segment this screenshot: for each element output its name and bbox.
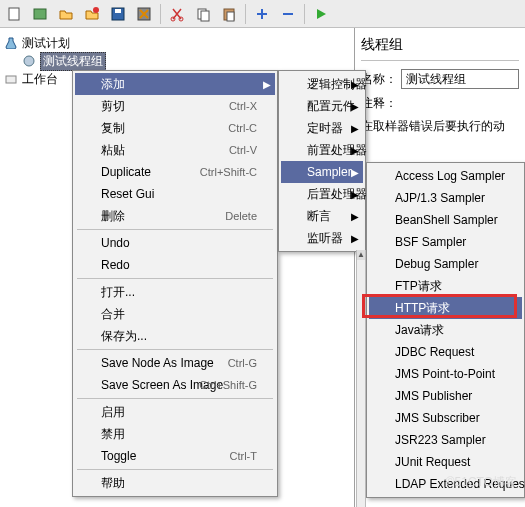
open-icon[interactable] <box>54 2 78 26</box>
scrollbar[interactable]: ▲ <box>356 250 366 507</box>
menu-item-label: 添加 <box>101 76 125 93</box>
add-submenu-item[interactable]: 后置处理器▶ <box>281 183 363 205</box>
menu-item-label: AJP/1.3 Sampler <box>395 191 485 205</box>
menu-divider <box>77 229 273 230</box>
menu-shortcut: Delete <box>225 210 257 222</box>
menu-item-label: 定时器 <box>307 120 343 137</box>
toolbar <box>0 0 525 28</box>
svg-rect-9 <box>201 11 209 21</box>
menu-item-label: 合并 <box>101 306 125 323</box>
context-menu-item[interactable]: 禁用 <box>75 423 275 445</box>
submenu-arrow-icon: ▶ <box>351 211 359 222</box>
menu-item-label: JUnit Request <box>395 455 470 469</box>
submenu-arrow-icon: ▶ <box>351 123 359 134</box>
sampler-submenu-item[interactable]: FTP请求 <box>369 275 522 297</box>
menu-item-label: FTP请求 <box>395 278 442 295</box>
toolbar-separator <box>304 4 305 24</box>
context-menu-item[interactable]: 粘贴Ctrl-V <box>75 139 275 161</box>
submenu-arrow-icon: ▶ <box>351 189 359 200</box>
tree-node-test-plan[interactable]: 测试计划 <box>4 34 350 52</box>
menu-item-label: JMS Publisher <box>395 389 472 403</box>
copy-icon[interactable] <box>191 2 215 26</box>
add-submenu-item[interactable]: 监听器▶ <box>281 227 363 249</box>
sampler-submenu-item[interactable]: JSR223 Sampler <box>369 429 522 451</box>
context-menu-item[interactable]: 保存为... <box>75 325 275 347</box>
context-menu-item[interactable]: Reset Gui <box>75 183 275 205</box>
menu-item-label: Reset Gui <box>101 187 154 201</box>
sampler-submenu-item[interactable]: BeanShell Sampler <box>369 209 522 231</box>
run-icon[interactable] <box>309 2 333 26</box>
flask-icon <box>4 36 18 50</box>
sampler-submenu-item[interactable]: JDBC Request <box>369 341 522 363</box>
submenu-arrow-icon: ▶ <box>351 167 359 178</box>
sampler-submenu-item[interactable]: BSF Sampler <box>369 231 522 253</box>
add-submenu-item[interactable]: 前置处理器▶ <box>281 139 363 161</box>
collapse-icon[interactable] <box>276 2 300 26</box>
thread-group-icon <box>22 54 36 68</box>
menu-item-label: Toggle <box>101 449 136 463</box>
menu-item-label: Save Node As Image <box>101 356 214 370</box>
context-menu-item[interactable]: Save Screen As ImageCtrl+Shift-G <box>75 374 275 396</box>
toolbar-separator <box>160 4 161 24</box>
menu-item-label: JMS Point-to-Point <box>395 367 495 381</box>
sampler-submenu-item[interactable]: JMS Publisher <box>369 385 522 407</box>
save-all-icon[interactable] <box>132 2 156 26</box>
svg-rect-1 <box>34 9 46 19</box>
close-icon[interactable] <box>80 2 104 26</box>
submenu-arrow-icon: ▶ <box>351 145 359 156</box>
context-menu-item[interactable]: DuplicateCtrl+Shift-C <box>75 161 275 183</box>
toolbar-separator <box>245 4 246 24</box>
save-icon[interactable] <box>106 2 130 26</box>
menu-item-label: JSR223 Sampler <box>395 433 486 447</box>
menu-shortcut: Ctrl-X <box>229 100 257 112</box>
menu-item-label: 禁用 <box>101 426 125 443</box>
context-menu-item[interactable]: 帮助 <box>75 472 275 494</box>
sampler-submenu-item[interactable]: AJP/1.3 Sampler <box>369 187 522 209</box>
menu-item-label: 删除 <box>101 208 125 225</box>
context-menu-item[interactable]: 剪切Ctrl-X <box>75 95 275 117</box>
context-menu-item[interactable]: 打开... <box>75 281 275 303</box>
sampler-submenu-item[interactable]: LDAP Extended Request <box>369 473 522 495</box>
context-menu-item[interactable]: 启用 <box>75 401 275 423</box>
name-input[interactable] <box>401 69 519 89</box>
context-menu-item[interactable]: 复制Ctrl-C <box>75 117 275 139</box>
context-menu-item[interactable]: Undo <box>75 232 275 254</box>
error-action-label: 在取样器错误后要执行的动 <box>361 118 505 135</box>
sampler-submenu-item[interactable]: Access Log Sampler <box>369 165 522 187</box>
cut-icon[interactable] <box>165 2 189 26</box>
context-menu-item[interactable]: ToggleCtrl-T <box>75 445 275 467</box>
context-menu-item[interactable]: Redo <box>75 254 275 276</box>
menu-divider <box>77 469 273 470</box>
menu-item-label: 保存为... <box>101 328 147 345</box>
add-submenu-item[interactable]: 断言▶ <box>281 205 363 227</box>
add-submenu-item[interactable]: Sampler▶ <box>281 161 363 183</box>
context-menu-item[interactable]: 添加▶ <box>75 73 275 95</box>
sampler-submenu-item[interactable]: HTTP请求 <box>369 297 522 319</box>
menu-item-label: 打开... <box>101 284 135 301</box>
sampler-submenu-item[interactable]: Java请求 <box>369 319 522 341</box>
scroll-up-icon[interactable]: ▲ <box>357 250 365 260</box>
add-submenu-item[interactable]: 配置元件▶ <box>281 95 363 117</box>
submenu-sampler: Access Log SamplerAJP/1.3 SamplerBeanShe… <box>366 162 525 498</box>
templates-icon[interactable] <box>28 2 52 26</box>
sampler-submenu-item[interactable]: Debug Sampler <box>369 253 522 275</box>
context-menu-item[interactable]: 删除Delete <box>75 205 275 227</box>
menu-item-label: Sampler <box>307 165 352 179</box>
new-file-icon[interactable] <box>2 2 26 26</box>
sampler-submenu-item[interactable]: JMS Point-to-Point <box>369 363 522 385</box>
add-submenu-item[interactable]: 定时器▶ <box>281 117 363 139</box>
expand-icon[interactable] <box>250 2 274 26</box>
sampler-submenu-item[interactable]: JUnit Request <box>369 451 522 473</box>
tree-node-thread-group[interactable]: 测试线程组 <box>4 52 350 70</box>
paste-icon[interactable] <box>217 2 241 26</box>
svg-rect-0 <box>9 8 19 20</box>
menu-shortcut: Ctrl-T <box>230 450 258 462</box>
context-menu-item[interactable]: Save Node As ImageCtrl-G <box>75 352 275 374</box>
add-submenu-item[interactable]: 逻辑控制器▶ <box>281 73 363 95</box>
menu-item-label: 剪切 <box>101 98 125 115</box>
submenu-arrow-icon: ▶ <box>351 101 359 112</box>
context-menu-item[interactable]: 合并 <box>75 303 275 325</box>
menu-item-label: JMS Subscriber <box>395 411 480 425</box>
sampler-submenu-item[interactable]: JMS Subscriber <box>369 407 522 429</box>
svg-point-2 <box>93 7 99 13</box>
